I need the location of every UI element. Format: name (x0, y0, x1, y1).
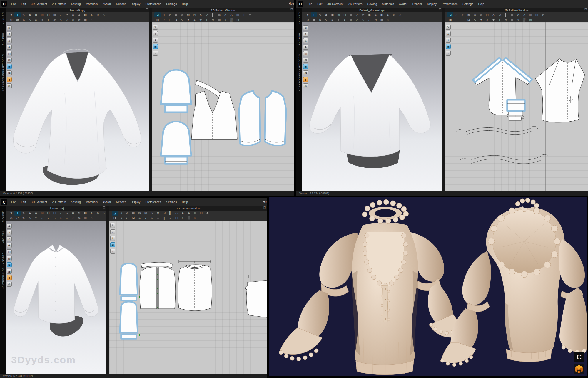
sidebar-tab-modular-configurator[interactable]: MODULAR CONFIGURATOR (2, 54, 4, 91)
diamond-icon[interactable]: ◊ (515, 17, 521, 22)
dart-tool-icon[interactable]: ◳ (484, 12, 490, 17)
pattern-piece-back-raglan[interactable] (535, 59, 585, 122)
expand-icon[interactable]: ❐ (439, 8, 441, 11)
show-garment-icon[interactable]: ▣ (7, 262, 12, 267)
cut-icon[interactable]: ✕ (155, 211, 161, 216)
edit-icon[interactable]: ✎ (153, 25, 158, 30)
disable-icon[interactable]: ⊗ (76, 216, 82, 221)
menu-item[interactable]: Avatar (103, 2, 111, 6)
notch-icon[interactable]: ◿ (161, 211, 167, 216)
help-icon[interactable]: ? (7, 230, 12, 235)
add-icon[interactable]: ✚ (490, 17, 497, 22)
move-right-icon[interactable]: ⇢ (118, 216, 124, 221)
pattern-piece-collar[interactable] (141, 262, 172, 268)
size-icon[interactable]: ◫ (7, 249, 12, 254)
viewport-splitter[interactable] (106, 211, 109, 374)
binding-icon[interactable]: ▭ (173, 211, 180, 216)
segment-sewing-icon[interactable]: ∕ (354, 12, 360, 17)
mesh-icon[interactable]: ▦ (82, 17, 88, 22)
free-sewing-icon[interactable]: ✂ (360, 12, 366, 17)
cut-icon[interactable]: ✕ (490, 12, 497, 17)
size-icon[interactable]: ◫ (303, 51, 308, 56)
show-garment-icon[interactable]: ▵ (153, 31, 158, 36)
grading-icon[interactable]: ▥ (235, 12, 241, 17)
steam-icon[interactable]: ⊚ (95, 12, 101, 17)
avatar-icon[interactable]: ♙ (303, 38, 308, 43)
seam-icon[interactable]: ◨ (7, 70, 12, 75)
layer-icon[interactable]: ≡ (329, 17, 335, 22)
pattern-piece-back[interactable] (178, 265, 212, 311)
gizmo-icon[interactable]: ⊕ (8, 17, 14, 22)
text-icon[interactable]: A (222, 12, 228, 17)
tab-3d-window[interactable]: Default_Modelist.zprj ❐ (302, 8, 442, 13)
garment-view-icon[interactable]: ▣ (33, 12, 39, 17)
menu-item[interactable]: 3D Garment (31, 2, 47, 6)
layout-icon[interactable]: ◫ (534, 12, 540, 17)
show-seam-icon[interactable]: ◨ (154, 17, 161, 22)
show-seam-icon[interactable]: ◨ (112, 216, 118, 221)
layer-icon[interactable]: ≡ (33, 17, 39, 22)
wrinkle-icon[interactable]: ∿ (27, 17, 33, 22)
pose-icon[interactable]: ✚ (7, 243, 12, 248)
menu-item[interactable]: Help (182, 201, 188, 204)
steam-icon[interactable]: ⊚ (391, 12, 397, 17)
gizmo-icon[interactable]: ⊕ (8, 216, 14, 221)
lower-icon[interactable]: ▽ (64, 17, 70, 22)
menu-item[interactable]: Materials (382, 2, 394, 6)
show-pattern-icon[interactable]: ▣ (446, 44, 451, 49)
steam-icon[interactable]: ⊚ (95, 211, 101, 216)
raise-icon[interactable]: △ (58, 17, 64, 22)
menu-item[interactable]: Display (131, 201, 141, 204)
dart-icon[interactable]: ◭ (385, 12, 391, 17)
elastic-icon[interactable]: ∿ (179, 17, 185, 22)
seam-icon[interactable]: ◨ (7, 269, 12, 274)
lock-icon[interactable]: ▫ (110, 249, 115, 254)
text-style-icon[interactable]: A (521, 12, 527, 17)
texture-icon[interactable]: ▒ (228, 17, 235, 22)
tab-2d-pattern-window[interactable]: 2D Pattern Window ❐ (152, 8, 294, 13)
seam-tape-icon[interactable]: ▌ (167, 211, 173, 216)
move-left-icon[interactable]: ⇠ (124, 216, 130, 221)
text-style-icon[interactable]: A (228, 12, 235, 17)
home-arrange-icon[interactable]: ⌂ (101, 211, 106, 216)
pattern-pieces-modelist[interactable] (445, 22, 588, 191)
texture-icon[interactable]: ▒ (521, 17, 527, 22)
show-garment-icon[interactable]: ▵ (446, 31, 451, 36)
wave-icon[interactable]: ≈ (503, 17, 509, 22)
world-icon[interactable]: ◍ (7, 282, 12, 287)
show-half-icon[interactable]: ◪ (466, 17, 472, 22)
menu-item[interactable]: Materials (86, 201, 98, 204)
viewport-3d[interactable]: ◉?♙✚◫▨▣◨▮◍ (302, 22, 442, 191)
render-icon[interactable]: ◉ (7, 25, 12, 30)
menu-item[interactable]: Edit (21, 2, 26, 6)
menu-item[interactable]: Edit (21, 201, 26, 204)
edit-pattern-icon[interactable]: ✎ (21, 12, 27, 17)
show-garment-icon[interactable]: ▵ (110, 229, 115, 234)
edit-point-icon[interactable]: ⊿ (118, 211, 124, 216)
info-icon[interactable]: ℹ (153, 38, 158, 43)
transform-pattern-icon[interactable]: ◢ (447, 12, 453, 17)
gem-icon[interactable]: ◇ (70, 216, 76, 221)
menu-item[interactable]: Render (116, 201, 126, 204)
menu-item[interactable]: 2D Pattern (52, 201, 66, 204)
add-point-icon[interactable]: ✐ (167, 12, 173, 17)
binding-icon[interactable]: ▭ (216, 12, 222, 17)
parallel-icon[interactable]: ∥ (497, 17, 503, 22)
garment-3d-vneck-blouse[interactable] (6, 22, 149, 191)
clo-logo-icon[interactable]: C (1, 199, 7, 205)
cloth-icon[interactable]: ▨ (303, 58, 308, 63)
texture-icon[interactable]: ▒ (186, 216, 192, 221)
fabric-icon[interactable]: ▤ (173, 216, 180, 221)
menu-item[interactable]: Settings (166, 201, 177, 204)
layer-icon[interactable]: ≡ (33, 216, 39, 221)
pattern-piece-cut-off[interactable] (245, 275, 267, 317)
cut-icon[interactable]: ✕ (198, 12, 204, 17)
walkthrough-icon[interactable]: ✜ (204, 211, 211, 216)
text-style-icon[interactable]: A (186, 211, 192, 216)
seam-icon[interactable]: ◨ (303, 70, 308, 75)
plane-icon[interactable]: ▱ (51, 17, 58, 22)
flip-vertical-icon[interactable]: ⇅ (317, 17, 323, 22)
skin-icon[interactable]: ▮ (7, 77, 12, 82)
sewing-machine-icon[interactable]: ▤ (348, 12, 354, 17)
lock-icon[interactable]: ▫ (153, 51, 158, 56)
